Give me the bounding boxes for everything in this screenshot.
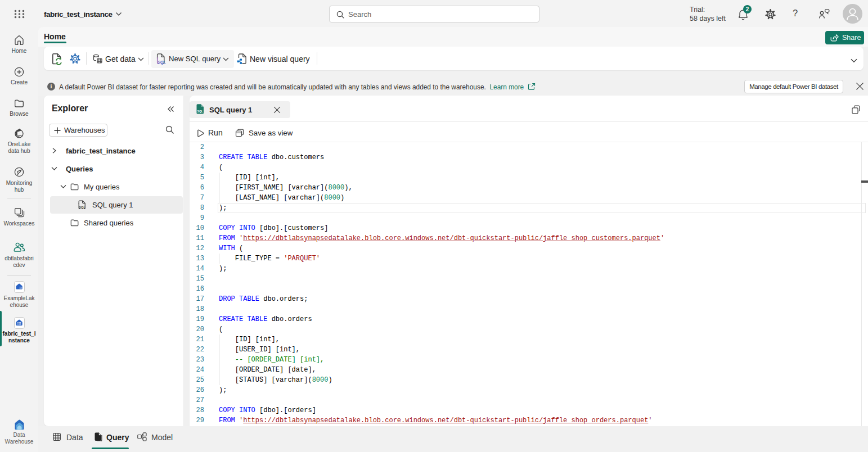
svg-text:SQL: SQL	[79, 205, 86, 209]
svg-text:SQL: SQL	[197, 110, 203, 113]
svg-text:SQL: SQL	[158, 60, 165, 65]
